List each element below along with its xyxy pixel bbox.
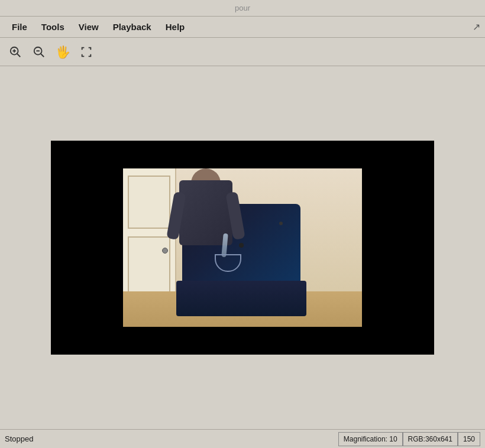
menu-bar: File Tools View Playback Help ↗ [0,17,485,38]
menu-file[interactable]: File [5,20,34,34]
main-content [0,66,485,429]
menu-tools[interactable]: Tools [34,20,72,34]
magnification-field: Magnification: 10 [338,432,403,446]
video-frame [123,168,362,327]
resolution-field: RGB:360x641 [403,432,458,446]
zoom-in-icon [9,46,22,59]
door-knob [162,248,168,254]
video-scene [123,168,362,327]
menu-playback[interactable]: Playback [106,20,159,34]
status-right: Magnification: 10 RGB:360x641 150 [338,432,480,446]
chair-seat [176,281,306,316]
title-bar: pour [0,0,485,17]
hand-icon: 🖐 [56,45,70,59]
svg-line-5 [41,53,44,57]
zoom-in-button[interactable] [5,41,26,63]
zoom-out-icon [33,46,46,59]
zoom-out-button[interactable] [28,41,50,63]
status-bar: Stopped Magnification: 10 RGB:360x641 15… [0,429,485,448]
value-field: 150 [458,432,480,446]
svg-line-1 [17,53,21,57]
menu-view[interactable]: View [72,20,106,34]
toolbar: 🖐 [0,38,485,66]
corner-resize-icon[interactable]: ↗ [473,21,480,33]
menu-help[interactable]: Help [159,20,192,34]
fit-icon [80,46,93,59]
chair-button [279,222,283,225]
title-text: pour [235,4,250,12]
pan-button[interactable]: 🖐 [52,41,73,63]
door-panel-top [128,176,170,229]
status-text: Stopped [5,434,338,443]
video-container [51,141,434,355]
person [170,168,241,266]
fit-button[interactable] [76,41,97,63]
